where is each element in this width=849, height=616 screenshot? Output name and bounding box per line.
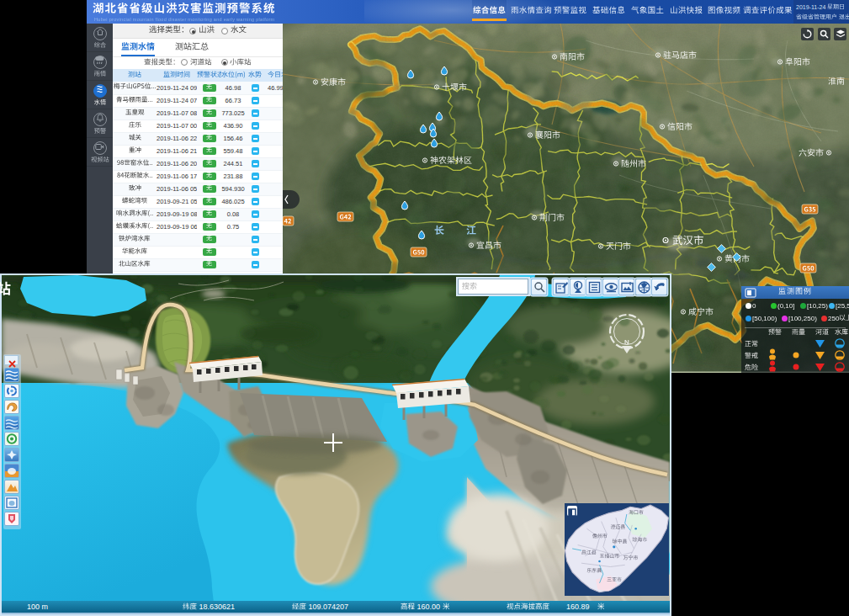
svg-text:N: N [624, 338, 629, 346]
